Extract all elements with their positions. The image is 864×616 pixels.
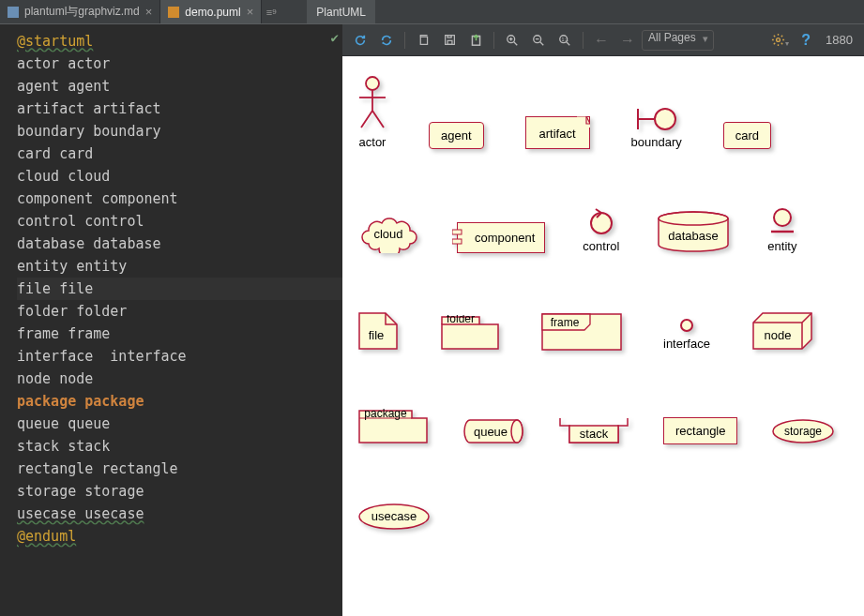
shape-stack: stack [558,416,629,444]
svg-point-11 [776,38,780,42]
code-line: folder folder [17,300,342,323]
shape-label: interface [663,337,710,351]
database-icon: database [657,210,730,253]
code-line: entity entity [17,255,342,278]
settings-icon[interactable]: ▾ [767,28,792,53]
zoom-in-icon[interactable] [500,28,524,53]
shape-label: package [364,409,407,420]
node-icon: node [751,311,813,351]
shape-label: database [669,229,720,243]
code-line: database database [17,233,342,255]
shape-label: entity [767,239,796,253]
tab-demo-puml[interactable]: demo.puml × [160,0,262,23]
tab-plantuml-graphviz-md[interactable]: plantuml与graphviz.md × [0,0,160,23]
help-icon[interactable]: ? [794,28,818,53]
svg-text:1:1: 1:1 [562,36,568,41]
folder-icon: folder [440,315,500,351]
svg-point-31 [511,420,523,443]
svg-point-12 [366,77,379,90]
close-icon[interactable]: × [247,5,254,19]
svg-rect-5 [447,36,451,38]
export-icon[interactable] [463,28,488,53]
entity-icon [769,207,796,235]
shape-rectangle: rectangle [663,417,737,444]
svg-rect-21 [452,239,462,244]
code-editor[interactable]: ✔ @startuml actor actor agent agent arti… [0,24,342,616]
tab-label: plantuml与graphviz.md [24,4,140,20]
boundary-icon [635,107,678,131]
shape-label: folder [447,315,475,325]
shape-node: node [751,311,813,351]
svg-rect-2 [420,37,427,44]
diagram-canvas[interactable]: actor agent artifact [342,56,864,616]
plantuml-panel-tab[interactable]: PlantUML [307,0,375,23]
zoom-actual-icon[interactable]: 1:1 [553,28,577,53]
save-icon[interactable] [437,28,462,53]
code-line: storage storage [17,480,342,503]
svg-rect-1 [168,7,179,18]
shape-label: control [583,239,619,253]
shape-label: boundary [631,135,682,149]
shape-agent: agent [429,122,484,149]
shape-database: database [657,210,730,253]
shape-card: card [723,122,771,149]
svg-point-29 [681,320,692,331]
code-line: artifact artifact [17,98,342,120]
copy-icon[interactable] [411,28,435,53]
control-icon [587,207,615,235]
shape-label: rectangle [675,424,725,438]
code-line: control control [17,210,342,233]
svg-rect-0 [8,7,19,18]
refresh-icon[interactable] [348,28,372,53]
shape-artifact: artifact [525,116,590,149]
shape-label: agent [429,122,484,149]
prev-page-icon[interactable]: ← [589,28,614,53]
shape-cloud: cloud [357,214,419,253]
code-line: queue queue [17,413,342,435]
panel-tab-label: PlantUML [316,6,366,19]
shape-label: stack [580,427,609,441]
cloud-icon: cloud [357,214,419,253]
preview-toolbar: 1:1 ← → All Pages ▾ ? 1880 [342,24,864,56]
shape-label: usecase [371,509,417,523]
code-line: card card [17,143,342,165]
code-line: stack stack [17,435,342,458]
shape-interface: interface [663,318,710,351]
shape-label: component [475,231,535,245]
code-line: cloud cloud [17,165,342,188]
auto-refresh-icon[interactable] [374,28,399,53]
code-line: interface interface [17,345,342,368]
page-select[interactable]: All Pages [642,30,714,51]
svg-point-19 [655,109,675,129]
shape-label: frame [551,316,580,329]
shape-file: file [357,311,399,351]
shape-control: control [583,207,619,253]
shape-label: card [735,128,759,143]
next-page-icon[interactable]: → [615,28,640,53]
code-line: node node [17,368,342,390]
shape-folder: folder [440,315,500,351]
close-icon[interactable]: × [145,5,153,19]
queue-icon: queue [462,418,524,444]
shape-boundary: boundary [631,107,682,149]
code-line: @startuml [17,30,342,53]
tab-options-icon[interactable]: ≡9 [262,0,280,23]
frame-icon: frame [541,313,622,351]
actor-icon [357,75,387,131]
shape-usecase: usecase [357,503,431,531]
code-line: agent agent [17,75,342,98]
tab-bar: plantuml与graphviz.md × demo.puml × ≡9 Pl… [0,0,864,24]
svg-line-15 [361,111,372,128]
shape-actor: actor [357,75,387,149]
interface-icon [679,318,694,333]
shape-label: artifact [539,127,576,141]
shape-label: cloud [373,227,402,241]
zoom-value: 1880 [820,33,858,47]
puml-icon [168,7,179,18]
code-line: usecase usecase [17,503,342,525]
svg-rect-20 [452,230,462,234]
markdown-icon [8,7,19,18]
shape-package: package [357,409,429,444]
svg-point-25 [774,209,791,226]
zoom-out-icon[interactable] [526,28,551,53]
